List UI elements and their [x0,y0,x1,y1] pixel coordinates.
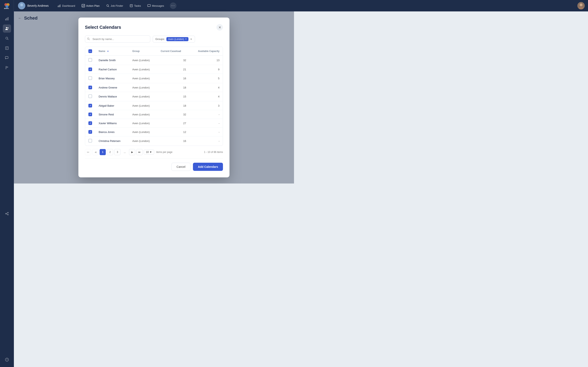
row-capacity-1: 9 [190,65,223,74]
logo-area[interactable]: aven. [0,0,14,11]
groups-filter[interactable]: Groups: Aven (London) ✕ ▼ [153,36,195,43]
row-checkbox-4[interactable] [88,94,92,98]
row-caseload-2: 16 [157,74,190,83]
nav-user[interactable]: Beverly Andrews [14,2,53,9]
svg-rect-6 [58,6,58,7]
filter-row: Groups: Aven (London) ✕ ▼ [85,35,223,43]
modal-title: Select Calendars [85,25,121,30]
page-last-btn[interactable]: ⏭ [136,149,143,155]
row-capacity-5: 3 [190,101,223,110]
page-2-btn[interactable]: 2 [107,149,113,155]
group-tag: Aven (London) ✕ [166,37,189,41]
nav-items: Dashboard Action Plan Job Finder Tasks M… [53,2,169,9]
row-checkbox-6[interactable] [88,113,92,116]
nav-item-job-finder[interactable]: Job Finder [103,2,126,9]
top-nav: aven. Beverly Andrews Dashboard Action P… [0,0,294,11]
close-icon: ✕ [218,25,221,29]
row-capacity-4: 4 [190,92,223,101]
name-column-header[interactable]: Name ▼ [99,50,126,53]
group-tag-remove[interactable]: ✕ [185,38,187,40]
row-checkbox-5[interactable] [88,104,92,108]
row-name-8: Bianca Jones [95,128,129,136]
sidebar-btn-list[interactable] [3,44,11,52]
table-row: Bianca Jones Aven (London) 12 - [85,128,223,136]
row-name-5: Abigail Baker [95,101,129,110]
table-row: Simone Reid Aven (London) 32 - [85,110,223,119]
sidebar-btn-analytics[interactable] [3,15,11,23]
row-caseload-0: 32 [157,56,190,65]
sidebar-btn-flag[interactable] [3,64,11,72]
row-checkbox-8[interactable] [88,130,92,134]
row-name-3: Andrew Greene [95,83,129,92]
cancel-button[interactable]: Cancel [172,163,191,171]
nav-action-plan-label: Action Plan [86,4,100,7]
nav-item-messages[interactable]: Messages [145,2,167,9]
nav-more-btn[interactable]: ··· [170,2,176,9]
left-sidebar: ? [0,11,14,184]
check-icon [82,4,85,7]
chart-icon [58,4,61,7]
row-capacity-3: 4 [190,83,223,92]
page-next-btn[interactable]: ▶ [129,149,135,155]
search-icon [87,37,90,41]
row-caseload-7: 27 [157,119,190,128]
nav-item-action-plan[interactable]: Action Plan [79,2,103,9]
sidebar-btn-search[interactable] [3,34,11,42]
per-page-dropdown-icon: ▼ [149,151,152,154]
svg-rect-8 [60,4,61,7]
search-nav-icon [106,4,109,7]
groups-label: Groups: [155,38,165,41]
nav-dashboard-label: Dashboard [62,4,75,7]
svg-rect-20 [7,18,7,20]
groups-dropdown-arrow[interactable]: ▼ [190,38,192,40]
row-name-4: Dennis Wallace [95,92,129,101]
row-checkbox-1[interactable] [88,67,92,71]
svg-rect-19 [5,19,6,20]
svg-point-38 [87,38,89,39]
capacity-column-header: Available Capacity [198,50,219,53]
row-caseload-3: 18 [157,83,190,92]
user-avatar [18,2,25,9]
row-checkbox-7[interactable] [88,121,92,125]
table-row: Brian Massey Aven (London) 16 5 [85,74,223,83]
sidebar-btn-comments[interactable] [3,54,11,62]
svg-rect-12 [130,4,132,7]
search-input[interactable] [85,35,150,43]
row-group-5: Aven (London) [129,101,157,110]
pagination-row: ⏮ ◀ 1 2 3 ... ▶ ⏭ 10 ▼ items per page 1 … [85,146,223,155]
group-column-header: Group [132,50,140,53]
nav-messages-label: Messages [152,4,164,7]
svg-point-23 [8,27,9,29]
add-calendars-button[interactable]: Add Calendars [193,163,223,171]
svg-rect-9 [82,4,85,7]
row-checkbox-2[interactable] [88,76,92,80]
table-row: Danielle Smith Aven (London) 32 13 [85,56,223,65]
row-checkbox-0[interactable] [88,58,92,62]
page-3-btn[interactable]: 3 [114,149,121,155]
nav-item-tasks[interactable]: Tasks [127,2,144,9]
modal-footer: Cancel Add Calendars [85,158,223,171]
sort-arrow-icon: ▼ [107,50,109,52]
row-group-9: Aven (London) [129,136,157,146]
row-checkbox-9[interactable] [88,139,92,142]
row-group-6: Aven (London) [129,110,157,119]
svg-rect-7 [59,5,60,7]
nav-item-dashboard[interactable]: Dashboard [55,2,78,9]
svg-point-5 [19,7,24,9]
caseload-column-header: Current Caseload [161,50,181,53]
message-icon [147,4,151,7]
page-range-info: 1 - 10 of 86 items [204,151,223,154]
svg-rect-15 [148,4,150,7]
sidebar-btn-people[interactable] [3,25,11,33]
per-page-value: 10 [146,151,149,154]
row-name-1: Rachel Carlson [95,65,129,74]
modal-close-button[interactable]: ✕ [216,24,223,31]
page-first-btn[interactable]: ⏮ [85,149,91,155]
row-checkbox-3[interactable] [88,86,92,89]
search-box [85,35,150,43]
page-1-btn[interactable]: 1 [100,149,106,155]
per-page-select[interactable]: 10 ▼ [144,150,154,155]
page-prev-btn[interactable]: ◀ [92,149,98,155]
select-all-checkbox[interactable] [88,49,92,53]
page-ellipsis: ... [122,149,128,155]
